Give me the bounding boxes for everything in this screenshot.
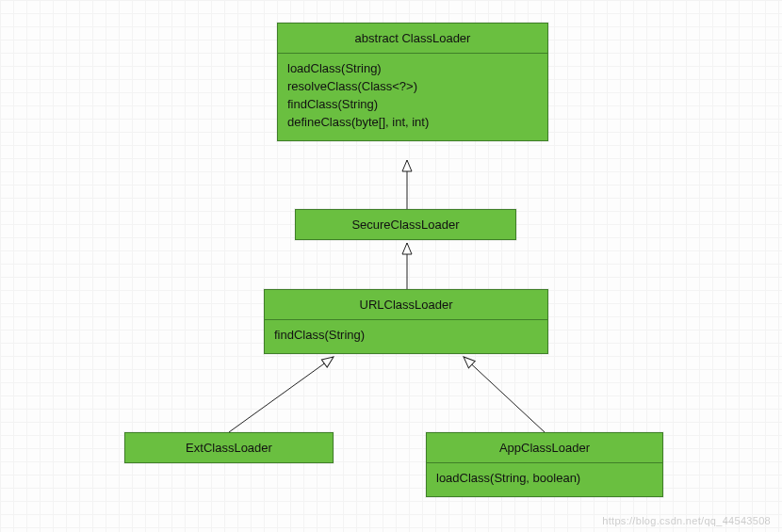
class-urlclassloader: URLClassLoader findClass(String) xyxy=(264,289,548,354)
edge-ext-to-url xyxy=(229,357,334,432)
method-item: resolveClass(Class<?>) xyxy=(287,79,538,93)
class-extclassloader: ExtClassLoader xyxy=(124,432,334,463)
class-methods: loadClass(String) resolveClass(Class<?>)… xyxy=(278,53,547,140)
class-methods: loadClass(String, boolean) xyxy=(427,462,662,496)
class-appclassloader: AppClassLoader loadClass(String, boolean… xyxy=(426,432,663,497)
method-item: loadClass(String) xyxy=(287,61,538,75)
class-secureclassloader: SecureClassLoader xyxy=(295,209,516,240)
class-title: SecureClassLoader xyxy=(296,210,515,239)
class-title: ExtClassLoader xyxy=(125,433,333,462)
method-item: findClass(String) xyxy=(274,328,538,342)
watermark: https://blog.csdn.net/qq_44543508 xyxy=(602,515,771,526)
method-item: loadClass(String, boolean) xyxy=(436,471,653,485)
method-item: findClass(String) xyxy=(287,97,538,111)
class-title: URLClassLoader xyxy=(265,290,547,319)
class-title: AppClassLoader xyxy=(427,433,662,462)
method-item: defineClass(byte[], int, int) xyxy=(287,115,538,129)
class-classloader: abstract ClassLoader loadClass(String) r… xyxy=(277,23,548,141)
class-methods: findClass(String) xyxy=(265,319,547,353)
class-title: abstract ClassLoader xyxy=(278,24,547,53)
edge-app-to-url xyxy=(464,357,545,432)
